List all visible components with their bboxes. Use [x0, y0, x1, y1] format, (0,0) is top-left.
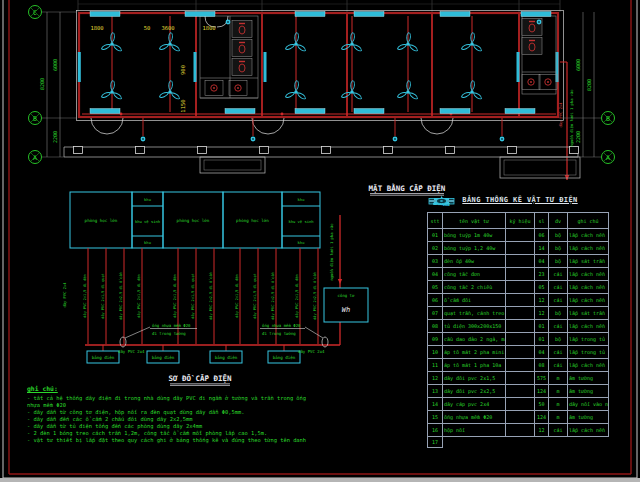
material-name: hộp nối: [443, 424, 506, 437]
meter-glyph: Wh: [342, 306, 350, 314]
supply-label: nguồn điện lưới 1 pha vào: [569, 89, 574, 147]
table-header: stt: [428, 213, 443, 229]
table-row: 12dây đôi pvc 2x1,5575mâm tường: [428, 372, 609, 385]
material-symbol: [506, 268, 535, 281]
panel-label: bảng điện: [215, 355, 238, 360]
veranda: [64, 147, 580, 179]
material-symbol: [506, 372, 535, 385]
material-symbol: [506, 320, 535, 333]
material-name: công tắc đơn: [443, 268, 506, 281]
fluorescent-light-icon: [185, 12, 215, 17]
table-header: đv: [549, 213, 568, 229]
dimension-label: 50: [144, 25, 151, 31]
fluorescent-light-icon: [354, 109, 384, 114]
row-number: 06: [428, 294, 443, 307]
unit: cái: [549, 268, 568, 281]
switch-dot: [281, 113, 284, 116]
row-number: 01: [428, 229, 443, 242]
note: âm tường: [568, 411, 609, 424]
table-row: 08tủ điện 300x200x15001cáilắp cách nền 1…: [428, 320, 609, 333]
grid-label: A: [33, 154, 37, 162]
quantity: [535, 437, 549, 448]
riser-label: dây PVC 2x1,5 đi đèn: [295, 274, 299, 317]
fluorescent-light-icon: [295, 109, 325, 114]
table-row: 14dây cáp pvc 2x450mdây nối vào nhà: [428, 398, 609, 411]
cable-label: dây PVC 2x4: [62, 282, 67, 308]
table-row: 15ống nhựa mềm Φ20124mâm tường: [428, 411, 609, 424]
note: lắp cách nền 1,2m: [568, 294, 609, 307]
window-bottom-strip: [0, 478, 640, 482]
table-header: sl: [535, 213, 549, 229]
column-icon: [136, 147, 145, 154]
note-line: - vật tư thiết bị lắp đặt theo quy cách …: [27, 437, 357, 444]
material-symbol: 30a: [506, 346, 535, 359]
hanging-lamp-icon: [251, 137, 256, 142]
fluorescent-light-icon: [90, 12, 120, 17]
row-number: 02: [428, 242, 443, 255]
row-number: 11: [428, 359, 443, 372]
material-name: tủ điện 300x200x150: [443, 320, 506, 333]
column-icon: [384, 147, 393, 154]
riser-label: dây PVC 2x2,5 đi ổ cắm: [208, 272, 213, 320]
row-number: 17: [428, 437, 443, 448]
ceiling-lamp-icon: [537, 20, 542, 25]
table-row: 09cầu dao đảo 2 ngả, mạch kín01bộlắp tro…: [428, 333, 609, 346]
fluorescent-light-icon: [440, 12, 470, 17]
table-row: 03đèn ốp 40w04bộlắp sát trần: [428, 255, 609, 268]
note: lắp sát trần: [568, 307, 609, 320]
quantity: 50: [535, 398, 549, 411]
riser-label: dây PVC 2x1,5 đi đèn: [83, 274, 87, 317]
notes-heading: ghi chú:: [27, 386, 357, 393]
ceiling-lamp-icon: [226, 20, 231, 25]
riser-label: dây PVC 2x2,5 đi ổ cắm: [270, 272, 275, 320]
material-symbol: [506, 242, 535, 255]
feeder-label: dây PVC 2x4: [118, 349, 145, 354]
material-name: ổ cắm đôi: [443, 294, 506, 307]
schematic-title: SƠ ĐỒ CẤP ĐIỆN: [168, 374, 232, 383]
room-label: kho: [144, 197, 152, 202]
material-name: bóng tuýp 1,2 40w: [443, 242, 506, 255]
grid-label: C: [33, 9, 37, 17]
power-schematic: phòng học lớn kho khu vệ sinh kho phòng …: [62, 192, 368, 385]
grid-label: A: [606, 154, 610, 162]
unit: cái: [549, 281, 568, 294]
material-name: công tắc 2 chiều: [443, 281, 506, 294]
dimension-label: 6000: [52, 59, 58, 71]
unit: cái: [549, 346, 568, 359]
riser-label: dây PVC 2x2,5 đi ổ cắm: [312, 272, 317, 320]
unit: m: [549, 372, 568, 385]
fluorescent-light-icon: [225, 109, 255, 114]
note: dây nối vào nhà: [568, 398, 609, 411]
table-row: 01bóng tuýp 1m 40w06bộlắp cách nền 3,2m: [428, 229, 609, 242]
toilet-icon: [232, 59, 252, 76]
riser-label: dây PVC 2x1,5 đi đèn: [137, 274, 141, 317]
note: âm tường: [568, 372, 609, 385]
table-row: 13dây đôi pvc 2x2,5124mâm tường: [428, 385, 609, 398]
panel-label: bảng điện: [273, 355, 296, 360]
note-line: - 2 đèn 1 bóng treo cách trần 1,2m, công…: [27, 430, 357, 437]
unit: bộ: [549, 242, 568, 255]
quantity: 04: [535, 255, 549, 268]
note: lắp cách nền 1,5m: [568, 320, 609, 333]
table-row: 10áp tô mát 2 pha mini 30a30a04cáilắp tr…: [428, 346, 609, 359]
conduit-label: ống nhựa mềm Φ20: [152, 323, 191, 328]
row-number: 08: [428, 320, 443, 333]
floor-plan: C B A 6000 2200 8200 B A 6000 2200 8200 …: [29, 0, 615, 195]
unit: bộ: [549, 255, 568, 268]
title-underline: [370, 194, 444, 196]
note: lắp cách nền 1,2m: [568, 268, 609, 281]
notes-lines: - tất cả hệ thống dây điện đi trong nhà …: [27, 395, 357, 444]
quantity: 05: [535, 281, 549, 294]
basin-icon: [539, 75, 557, 90]
note: lắp cách nền 3,2m: [568, 229, 609, 242]
panel-label: bảng điện: [92, 355, 115, 360]
note: [568, 437, 609, 448]
fluorescent-light-icon: [505, 109, 535, 114]
material-symbol: [506, 281, 535, 294]
note-line: - tất cả hệ thống dây điện đi trong nhà …: [27, 395, 357, 402]
table-row: 07quạt trần, cánh treo12bộlắp sát trần: [428, 307, 609, 320]
unit: m: [549, 411, 568, 424]
unit: bộ: [549, 229, 568, 242]
grid-axes-left: C B A 6000 2200 8200: [29, 6, 77, 164]
table-row: 17: [428, 437, 609, 448]
